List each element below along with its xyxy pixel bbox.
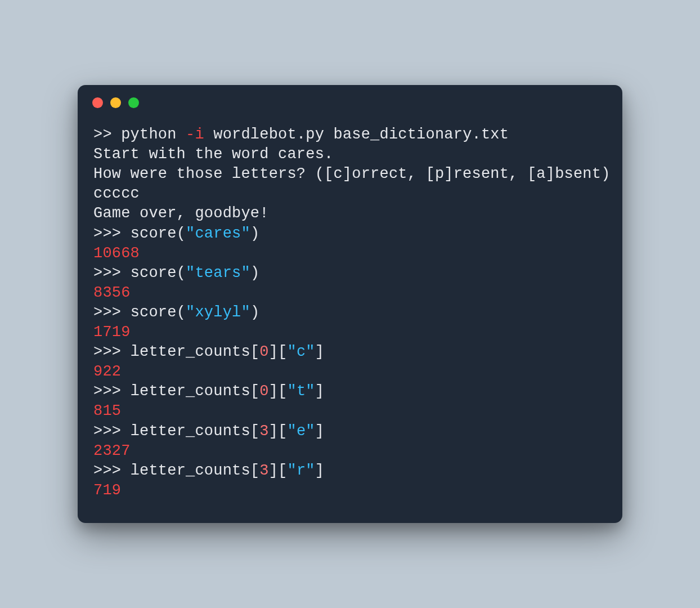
index-literal: 0 [259, 343, 268, 360]
call-prefix: letter_counts[ [131, 462, 260, 479]
call-prefix: score( [131, 304, 186, 321]
repl-prompt: >>> [93, 304, 131, 321]
repl-result: 8356 [93, 283, 607, 303]
repl-input-line: >>> score("cares") [93, 224, 607, 244]
repl-result: 922 [93, 362, 607, 382]
command-interpreter: python [121, 126, 176, 143]
repl-prompt: >>> [93, 423, 131, 440]
repl-input-line: >>> letter_counts[3]["r"] [93, 461, 607, 481]
call-prefix: letter_counts[ [131, 423, 260, 440]
repl-prompt: >>> [93, 225, 131, 242]
bracket-mid: ][ [269, 383, 288, 400]
call-suffix: ] [315, 383, 324, 400]
call-suffix: ) [250, 265, 259, 281]
string-literal: "xylyl" [186, 304, 250, 321]
call-prefix: letter_counts[ [131, 383, 260, 400]
shell-prompt: >> [93, 126, 121, 143]
output-line: Start with the word cares. [93, 145, 607, 164]
call-suffix: ) [250, 304, 259, 321]
call-prefix: letter_counts[ [131, 343, 260, 360]
string-literal: "cares" [186, 225, 250, 242]
window-titlebar [78, 85, 622, 114]
repl-input-line: >>> score("xylyl") [93, 303, 607, 323]
repl-result: 1719 [93, 323, 607, 342]
repl-input-line: >>> letter_counts[3]["e"] [93, 422, 607, 441]
call-suffix: ) [250, 225, 259, 242]
repl-prompt: >>> [93, 265, 131, 281]
repl-prompt: >>> [93, 383, 131, 400]
repl-result: 719 [93, 481, 607, 500]
bracket-mid: ][ [269, 423, 288, 440]
repl-prompt: >>> [93, 462, 131, 479]
string-literal: "e" [287, 423, 315, 440]
repl-prompt: >>> [93, 343, 131, 360]
string-literal: "c" [287, 343, 315, 360]
output-line: ccccc [93, 184, 607, 204]
repl-input-line: >>> score("tears") [93, 263, 607, 283]
repl-result: 815 [93, 401, 607, 421]
command-flag: -i [186, 126, 204, 143]
call-prefix: score( [131, 265, 186, 281]
output-line: Game over, goodbye! [93, 204, 607, 223]
repl-result: 2327 [93, 441, 607, 461]
call-prefix: score( [131, 225, 186, 242]
call-suffix: ] [315, 462, 324, 479]
index-literal: 3 [259, 462, 268, 479]
minimize-icon[interactable] [110, 97, 121, 108]
index-literal: 0 [259, 383, 268, 400]
output-line: How were those letters? ([c]orrect, [p]r… [93, 164, 607, 184]
call-suffix: ] [315, 343, 324, 360]
bracket-mid: ][ [269, 343, 288, 360]
string-literal: "t" [287, 383, 315, 400]
repl-input-line: >>> letter_counts[0]["t"] [93, 382, 607, 401]
close-icon[interactable] [92, 97, 103, 108]
string-literal: "tears" [186, 265, 250, 281]
index-literal: 3 [259, 423, 268, 440]
terminal-window: >> python -i wordlebot.py base_dictionar… [78, 85, 622, 523]
bracket-mid: ][ [269, 462, 288, 479]
call-suffix: ] [315, 423, 324, 440]
string-literal: "r" [287, 462, 315, 479]
repl-input-line: >>> letter_counts[0]["c"] [93, 342, 607, 362]
command-line: >> python -i wordlebot.py base_dictionar… [93, 125, 607, 145]
command-args: wordlebot.py base_dictionary.txt [204, 126, 509, 143]
repl-result: 10668 [93, 244, 607, 263]
terminal-body[interactable]: >> python -i wordlebot.py base_dictionar… [78, 114, 622, 503]
maximize-icon[interactable] [128, 97, 139, 108]
